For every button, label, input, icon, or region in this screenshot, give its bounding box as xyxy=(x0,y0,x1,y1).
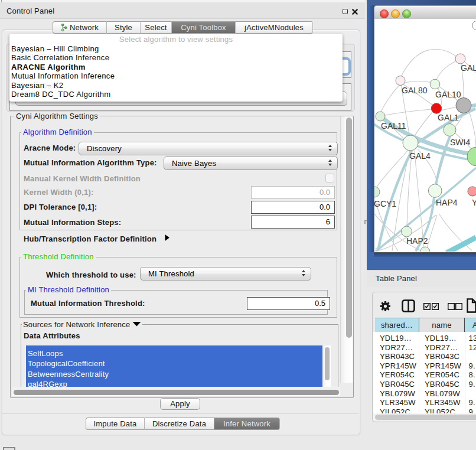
svg-text:GAL80: GAL80 xyxy=(402,86,428,95)
svg-text:HAP4: HAP4 xyxy=(436,198,458,207)
svg-text:GAL7: GAL7 xyxy=(461,63,476,73)
svg-text:GAL10: GAL10 xyxy=(435,90,461,99)
svg-text:GAL11: GAL11 xyxy=(381,121,406,131)
svg-text:GAL1: GAL1 xyxy=(438,113,459,122)
svg-text:YD: YD xyxy=(472,198,476,207)
svg-text:SWI4: SWI4 xyxy=(450,138,470,147)
svg-text:HAP2: HAP2 xyxy=(406,236,428,246)
svg-text:GAL4: GAL4 xyxy=(409,151,431,161)
svg-text:GCY1: GCY1 xyxy=(374,199,396,208)
